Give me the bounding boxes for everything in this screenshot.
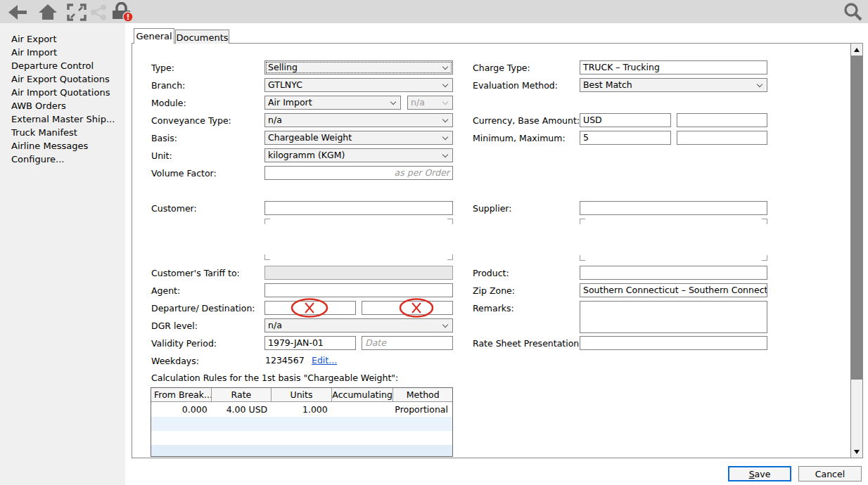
validity-period-label: Validity Period:	[151, 338, 217, 349]
chevron-down-icon	[757, 82, 762, 87]
sidebar-item-air-import[interactable]: Air Import	[11, 47, 57, 60]
module-label: Module:	[151, 98, 186, 108]
table-empty-row	[151, 417, 452, 431]
sidebar-item-external-master-ship[interactable]: External Master Ship...	[11, 114, 115, 127]
module-sub-select: n/a	[407, 96, 453, 110]
cancel-button[interactable]: Cancel	[798, 466, 862, 481]
dgr-level-value: n/a	[268, 320, 282, 330]
type-value: Selling	[268, 62, 298, 72]
customer-input[interactable]	[264, 201, 453, 215]
destination-input[interactable]	[362, 301, 453, 315]
col-header-method[interactable]: Method	[393, 388, 452, 402]
validity-from-input[interactable]: 1979-JAN-01	[264, 336, 356, 350]
table-scrollbar-strip[interactable]	[151, 445, 452, 456]
basis-value: Chargeable Weight	[268, 132, 352, 143]
sidebar-item-airline-messages[interactable]: Airline Messages	[11, 141, 88, 154]
search-icon[interactable]	[843, 2, 863, 25]
toolbar: !	[0, 0, 868, 23]
triangle-up-icon	[854, 48, 860, 52]
weekdays-label: Weekdays:	[151, 356, 199, 366]
sidebar-item-air-import-quotations[interactable]: Air Import Quotations	[11, 87, 110, 101]
volume-factor-label: Volume Factor:	[151, 168, 217, 179]
minimum-maximum-label: Minimum, Maximum:	[473, 133, 566, 143]
conveyance-type-select[interactable]: n/a	[264, 113, 453, 127]
cell-units: 1.000	[272, 402, 332, 417]
basis-select[interactable]: Chargeable Weight	[264, 131, 453, 145]
chevron-down-icon	[390, 99, 396, 105]
col-header-from-break[interactable]: From Break...	[151, 388, 212, 402]
chevron-down-icon	[442, 99, 448, 105]
departure-destination-label: Departure/ Destination:	[151, 303, 255, 313]
sidebar-item-truck-manifest[interactable]: Truck Manifest	[11, 127, 77, 141]
calc-rules-table: From Break... Rate Units Accumulating Me…	[151, 387, 453, 457]
chevron-down-icon	[442, 134, 448, 140]
supplier-label: Supplier:	[473, 203, 512, 214]
product-input[interactable]	[580, 266, 767, 280]
maximum-input[interactable]	[677, 131, 767, 145]
sidebar-item-air-export[interactable]: Air Export	[11, 34, 57, 47]
dgr-level-label: DGR level:	[151, 321, 198, 331]
col-header-accumulating[interactable]: Accumulating	[332, 388, 394, 402]
zip-zone-input[interactable]: Southern Connecticut – Southern Connect	[580, 283, 767, 297]
chevron-down-icon	[442, 152, 448, 157]
tab-general[interactable]: General	[134, 28, 174, 44]
customers-tariff-to-label: Customer's Tariff to:	[151, 268, 240, 278]
chevron-down-icon	[442, 117, 448, 122]
departure-input[interactable]	[264, 301, 356, 315]
evaluation-method-select[interactable]: Best Match	[580, 78, 767, 92]
sidebar-item-configure[interactable]: Configure...	[11, 154, 64, 167]
validity-to-input[interactable]: Date	[362, 336, 453, 350]
branch-label: Branch:	[151, 80, 185, 91]
dgr-level-select[interactable]: n/a	[264, 318, 453, 332]
charge-type-input[interactable]: TRUCK – Trucking	[580, 60, 767, 75]
chevron-down-icon	[442, 82, 448, 87]
table-header-row: From Break... Rate Units Accumulating Me…	[151, 388, 452, 402]
tab-documents[interactable]: Documents	[175, 30, 229, 44]
type-select[interactable]: Selling	[264, 60, 453, 75]
chevron-down-icon	[442, 64, 448, 70]
table-empty-row	[151, 431, 452, 445]
branch-value: GTLNYC	[268, 79, 302, 90]
volume-factor-input[interactable]: as per Order	[264, 166, 453, 180]
col-header-rate[interactable]: Rate	[212, 388, 272, 402]
agent-label: Agent:	[151, 285, 180, 296]
remarks-textarea[interactable]	[580, 301, 767, 333]
rate-sheet-presentation-label: Rate Sheet Presentation:	[473, 338, 582, 349]
rate-sheet-presentation-input[interactable]	[580, 336, 767, 350]
zip-zone-label: Zip Zone:	[473, 285, 515, 296]
sidebar-item-air-export-quotations[interactable]: Air Export Quotations	[11, 74, 110, 87]
cell-method: Proportional	[393, 402, 452, 417]
remarks-label: Remarks:	[473, 303, 514, 313]
fullscreen-icon[interactable]	[67, 4, 87, 24]
currency-base-amount-label: Currency, Base Amount:	[473, 115, 580, 126]
cell-from-break: 0.000	[151, 402, 212, 417]
calc-rules-title: Calculation Rules for the 1st basis "Cha…	[151, 373, 398, 383]
customer-label: Customer:	[151, 203, 197, 214]
minimum-input[interactable]: 5	[580, 131, 671, 145]
scroll-up-button[interactable]	[851, 44, 862, 56]
module-select[interactable]: Air Import	[264, 96, 401, 110]
col-header-units[interactable]: Units	[272, 388, 332, 402]
weekdays-edit-link[interactable]: Edit...	[312, 355, 337, 366]
agent-input[interactable]	[264, 283, 453, 297]
cell-rate: 4.00 USD	[212, 402, 272, 417]
scroll-down-button[interactable]	[851, 446, 862, 458]
customer-address-region	[264, 219, 453, 260]
back-icon[interactable]	[8, 4, 27, 23]
supplier-input[interactable]	[580, 201, 767, 215]
base-amount-input[interactable]	[677, 113, 767, 127]
lock-alert-icon[interactable]: !	[110, 2, 134, 25]
home-icon[interactable]	[38, 3, 58, 24]
branch-select[interactable]: GTLNYC	[264, 78, 453, 92]
save-button[interactable]: Save	[728, 466, 791, 481]
product-label: Product:	[473, 268, 509, 278]
chevron-down-icon	[442, 322, 448, 328]
currency-input[interactable]: USD	[580, 113, 671, 127]
table-row[interactable]: 0.000 4.00 USD 1.000 Proportional	[151, 402, 452, 417]
basis-label: Basis:	[151, 133, 177, 143]
unit-select[interactable]: kilogramm (KGM)	[264, 148, 453, 162]
vertical-scrollbar[interactable]	[850, 44, 862, 458]
scrollbar-thumb[interactable]	[851, 56, 862, 380]
sidebar-item-departure-control[interactable]: Departure Control	[11, 60, 94, 74]
sidebar-item-awb-orders[interactable]: AWB Orders	[11, 101, 66, 114]
